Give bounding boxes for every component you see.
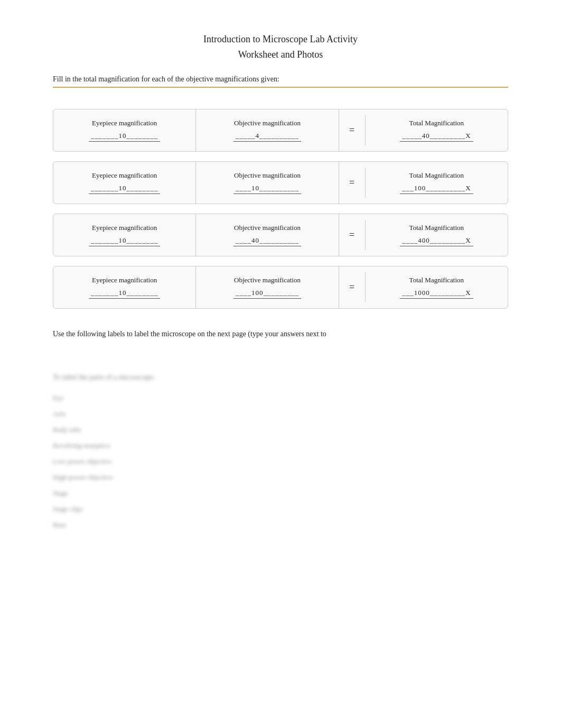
objective-label-2: Objective magnification — [234, 171, 301, 180]
objective-label-4: Objective magnification — [234, 276, 301, 284]
eyepiece-cell-4: Eyepiece magnification _______10________ — [53, 266, 196, 308]
objective-cell-3: Objective magnification ____40__________ — [196, 214, 339, 256]
blurred-title: To label the parts of a microscope: — [53, 370, 508, 385]
eyepiece-cell-1: Eyepiece magnification _______10________ — [53, 109, 196, 151]
instruction: Fill in the total magnification for each… — [53, 75, 508, 88]
total-label-3: Total Magnification — [409, 224, 464, 232]
use-labels-text: Use the following labels to label the mi… — [53, 330, 508, 338]
blurred-item-2: Body tube — [53, 423, 508, 437]
blurred-item-4: Low-power objective — [53, 455, 508, 468]
total-cell-2: Total Magnification ___100__________X — [366, 162, 508, 204]
mag-row-1: Eyepiece magnification _______10________… — [53, 109, 508, 152]
eyepiece-value-4: _______10________ — [89, 288, 161, 299]
mag-row-4: Eyepiece magnification _______10________… — [53, 266, 508, 309]
objective-cell-1: Objective magnification _____4__________ — [196, 109, 339, 151]
title-line1: Introduction to Microscope Lab Activity — [53, 32, 508, 47]
total-value-1: _____40_________X — [400, 131, 473, 142]
blurred-item-3: Revolving nosepiece — [53, 439, 508, 453]
total-cell-4: Total Magnification ___1000_________X — [366, 266, 508, 308]
total-value-2: ___100__________X — [400, 183, 473, 194]
rows-container: Eyepiece magnification _______10________… — [53, 109, 508, 309]
eyepiece-label-4: Eyepiece magnification — [92, 276, 157, 284]
eyepiece-cell-2: Eyepiece magnification _______10________ — [53, 162, 196, 204]
eyepiece-label-1: Eyepiece magnification — [92, 119, 157, 127]
mag-row-2: Eyepiece magnification _______10________… — [53, 161, 508, 204]
objective-value-2: ____10__________ — [233, 183, 301, 194]
total-label-4: Total Magnification — [409, 276, 464, 284]
objective-value-4: ____100_________ — [233, 288, 301, 299]
eyepiece-label-2: Eyepiece magnification — [92, 171, 157, 180]
objective-label-1: Objective magnification — [234, 119, 301, 127]
total-value-4: ___1000_________X — [400, 288, 473, 299]
total-cell-3: Total Magnification ____400_________X — [366, 214, 508, 256]
objective-cell-2: Objective magnification ____10__________ — [196, 162, 339, 204]
blurred-item-6: Stage — [53, 486, 508, 500]
eyepiece-label-3: Eyepiece magnification — [92, 224, 157, 232]
total-label-2: Total Magnification — [409, 171, 464, 180]
equals-4: = — [339, 272, 366, 302]
total-value-3: ____400_________X — [400, 235, 473, 246]
eyepiece-value-1: _______10________ — [89, 131, 161, 142]
objective-cell-4: Objective magnification ____100_________ — [196, 266, 339, 308]
blurred-item-0: Eye — [53, 391, 508, 405]
eyepiece-value-2: _______10________ — [89, 183, 161, 194]
blurred-item-7: Stage clips — [53, 502, 508, 516]
objective-label-3: Objective magnification — [234, 224, 301, 232]
mag-row-3: Eyepiece magnification _______10________… — [53, 214, 508, 256]
eyepiece-value-3: _______10________ — [89, 235, 161, 246]
equals-1: = — [339, 115, 366, 145]
total-cell-1: Total Magnification _____40_________X — [366, 109, 508, 151]
total-label-1: Total Magnification — [409, 119, 464, 127]
blurred-item-8: Base — [53, 518, 508, 532]
blurred-item-1: Arm — [53, 407, 508, 421]
blurred-item-5: High-power objective — [53, 471, 508, 484]
page-title: Introduction to Microscope Lab Activity … — [53, 32, 508, 62]
eyepiece-cell-3: Eyepiece magnification _______10________ — [53, 214, 196, 256]
equals-2: = — [339, 168, 366, 198]
objective-value-1: _____4__________ — [233, 131, 301, 142]
blurred-section: To label the parts of a microscope: Eye … — [53, 370, 508, 532]
equals-3: = — [339, 220, 366, 250]
objective-value-3: ____40__________ — [233, 235, 301, 246]
title-line2: Worksheet and Photos — [53, 47, 508, 62]
